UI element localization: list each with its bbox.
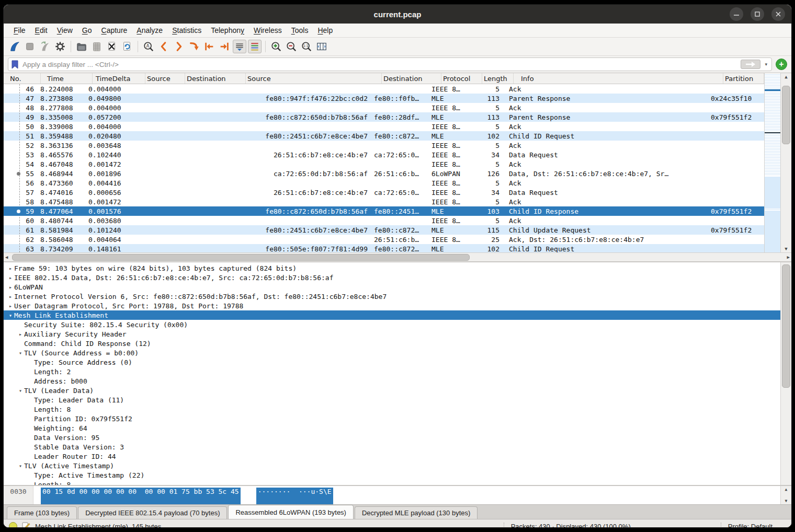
detail-row[interactable]: ▸Frame 59: 103 bytes on wire (824 bits),… [4,263,780,273]
packet-row-54[interactable]: 548.4670480.001472IEEE 8…5Ack [4,159,764,169]
detail-row[interactable]: ▾TLV (Source Address = b0:00) [4,348,780,357]
menu-item-capture[interactable]: Capture [97,25,132,36]
scroll-right-icon[interactable]: ▶ [787,255,790,260]
detail-row[interactable]: ▾Mesh Link Establishment [4,310,780,320]
first-packet-icon[interactable] [202,40,216,53]
detail-row[interactable]: Address: b000 [4,376,780,386]
packet-list-horizontal-scrollbar[interactable]: ◀ ▶ [4,252,791,261]
add-filter-button-icon[interactable]: + [776,59,787,70]
menu-item-statistics[interactable]: Statistics [167,25,206,36]
detail-row[interactable]: Data Version: 95 [4,433,780,442]
hex-bytes-selected[interactable]: 00 15 0d 00 00 00 00 00 00 00 01 75 bb 5… [41,488,241,504]
last-packet-icon[interactable] [218,40,231,53]
goto-packet-icon[interactable] [187,40,201,53]
expander-closed-icon[interactable]: ▸ [7,284,14,290]
packet-row-63[interactable]: 638.7342090.148161fe80::505e:f807:7f81:4… [4,244,764,252]
expander-closed-icon[interactable]: ▸ [7,275,14,281]
detail-row[interactable]: ▸6LoWPAN [4,282,780,292]
scrollbar-thumb[interactable] [12,254,470,261]
packet-row-56[interactable]: 568.4733600.004416IEEE 8…5Ack [4,178,764,188]
scroll-down-icon[interactable]: ▼ [785,499,788,503]
column-header-no[interactable]: No. [4,73,41,84]
detail-row[interactable]: Partition ID: 0x79f551f2 [4,414,780,423]
detail-row[interactable]: ▸User Datagram Protocol, Src Port: 19788… [4,301,780,310]
packet-row-53[interactable]: 538.4655760.10244026:51:c6:b7:e8:ce:4b:e… [4,150,764,159]
restart-capture-icon[interactable] [38,40,52,53]
detail-row[interactable]: Length: 8 [4,404,780,414]
detail-row[interactable]: Type: Source Address (0) [4,357,780,367]
scrollbar-thumb[interactable] [782,86,790,144]
zoom-original-icon[interactable]: 1:1 [300,40,313,53]
bytes-vertical-scrollbar[interactable]: ▲ ▼ [780,486,791,504]
packet-row-61[interactable]: 618.5819840.101240fe80::2451:c6b7:e8ce:4… [4,225,764,235]
column-header-len[interactable]: Length [482,73,514,84]
column-header-time[interactable]: Time [41,73,93,84]
hex-ascii-selected[interactable]: ········ ···u·S\E [256,488,333,504]
column-header-info[interactable]: Info [514,73,723,84]
column-header-part[interactable]: Partition [723,73,764,84]
byte-tab[interactable]: Frame (103 bytes) [7,506,77,519]
detail-row[interactable]: ▾TLV (Leader Data) [4,386,780,395]
apply-filter-button[interactable] [741,60,760,69]
display-filter-input[interactable] [21,60,737,69]
stop-capture-icon[interactable] [23,40,37,53]
expander-open-icon[interactable]: ▾ [7,313,14,318]
menu-item-file[interactable]: File [9,25,30,36]
packet-row-52[interactable]: 528.3631360.003648IEEE 8…5Ack [4,141,764,150]
detail-row[interactable]: Type: Leader Data (11) [4,395,780,404]
packet-row-55[interactable]: 558.4689440.001896ca:72:65:0d:b7:b8:56:a… [4,169,764,178]
capture-options-icon[interactable] [53,40,67,53]
column-header-src1[interactable]: Source [145,73,185,84]
menu-item-tools[interactable]: Tools [287,25,313,36]
packet-row-62[interactable]: 628.5860480.00406426:51:c6:b…IEEE 8…25Ac… [4,235,764,244]
maximize-button[interactable] [751,7,764,21]
byte-tab[interactable]: Reassembled 6LoWPAN (193 bytes) [228,505,353,519]
detail-row[interactable]: ▸Auxiliary Security Header [4,329,780,339]
expert-info-icon[interactable] [9,522,17,528]
scroll-left-icon[interactable]: ◀ [5,255,8,260]
column-header-proto[interactable]: Protocol [441,73,482,84]
byte-tab[interactable]: Decrypted IEEE 802.15.4 payload (70 byte… [78,506,227,519]
expander-closed-icon[interactable]: ▸ [7,294,14,299]
detail-row[interactable]: ▸Internet Protocol Version 6, Src: fe80:… [4,292,780,301]
packet-row-46[interactable]: 468.2240080.004000IEEE 8…5Ack [4,84,764,94]
save-file-icon[interactable] [90,40,104,53]
details-vertical-scrollbar[interactable] [780,262,791,485]
expander-open-icon[interactable]: ▾ [17,463,24,469]
scroll-up-icon[interactable]: ▲ [785,74,787,79]
packet-row-51[interactable]: 518.3594880.020480fe80::2451:c6b7:e8ce:4… [4,131,764,141]
next-packet-icon[interactable] [172,40,186,53]
close-button[interactable] [771,7,785,21]
close-file-icon[interactable] [105,40,119,53]
menu-item-go[interactable]: Go [77,25,97,36]
detail-row[interactable]: Stable Data Version: 3 [4,442,780,452]
zoom-out-icon[interactable] [285,40,298,53]
scrollbar-thumb[interactable] [782,264,790,388]
start-capture-icon[interactable] [8,40,21,53]
column-header-dst2[interactable]: Destination [382,73,441,84]
packet-row-57[interactable]: 578.4740160.00065626:51:c6:b7:e8:ce:4b:e… [4,188,764,197]
find-packet-icon[interactable]: A [142,40,155,53]
packet-minimap[interactable] [764,73,780,252]
detail-row[interactable]: Security Suite: 802.15.4 Security (0x00) [4,320,780,329]
menu-item-help[interactable]: Help [313,25,337,36]
packet-row-59[interactable]: 598.4770640.001576fe80::c872:650d:b7b8:5… [4,206,764,216]
packet-row-48[interactable]: 488.2778080.004000IEEE 8…5Ack [4,103,764,112]
packet-row-47[interactable]: 478.2738080.049800fe80::947f:f476:22bc:c… [4,94,764,103]
minimize-button[interactable] [730,7,743,21]
detail-row[interactable]: ▾TLV (Active Timestamp) [4,461,780,470]
detail-row[interactable]: ▸IEEE 802.15.4 Data, Dst: 26:51:c6:b7:e8… [4,273,780,282]
auto-scroll-icon[interactable] [233,40,246,53]
scroll-up-icon[interactable]: ▲ [785,487,788,492]
menu-item-analyze[interactable]: Analyze [132,25,167,36]
menu-item-telephony[interactable]: Telephony [206,25,249,36]
detail-row[interactable]: Command: Child ID Response (12) [4,339,780,348]
zoom-in-icon[interactable] [269,40,283,53]
reload-file-icon[interactable] [120,40,134,53]
resize-columns-icon[interactable] [315,40,328,53]
packet-row-49[interactable]: 498.3350080.057200fe80::c872:650d:b7b8:5… [4,112,764,122]
display-filter-box[interactable]: ▾ [8,57,772,71]
menu-item-view[interactable]: View [52,25,77,36]
previous-packet-icon[interactable] [157,40,171,53]
packet-row-58[interactable]: 588.4754880.001472IEEE 8…5Ack [4,197,764,206]
